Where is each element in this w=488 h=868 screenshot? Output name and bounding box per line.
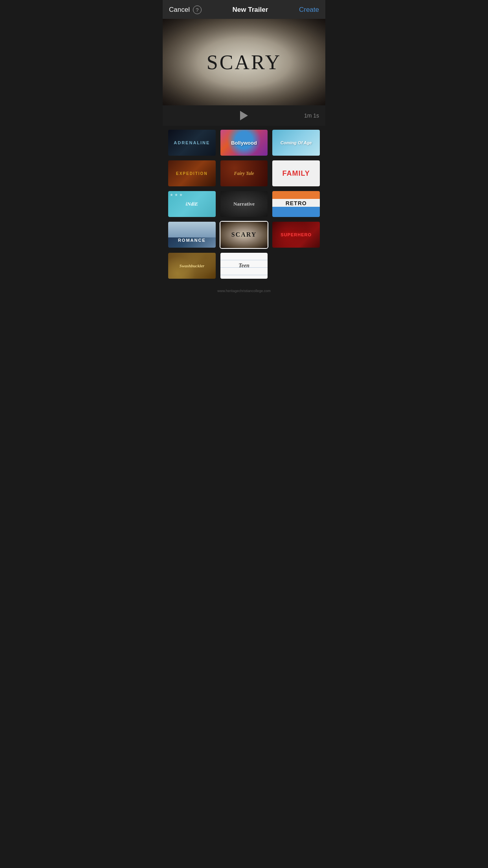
header: Cancel ? New Trailer Create [163, 0, 325, 19]
grid-item-fairy-tale[interactable]: Fairy Tale [220, 160, 269, 187]
trailer-grid: AdrenalineBollywoodComing Of AgeExpediti… [163, 126, 325, 287]
create-button[interactable]: Create [299, 6, 319, 14]
grid-item-scary[interactable]: Scary [220, 221, 269, 248]
grid-item-superhero[interactable]: Superhero [272, 221, 321, 248]
grid-label-romance: Romance [178, 238, 206, 243]
grid-item-indie[interactable]: iNdiE [167, 190, 216, 218]
preview-video: Scary [163, 19, 325, 105]
grid-item-adrenaline[interactable]: Adrenaline [167, 129, 216, 156]
grid-label-bollywood: Bollywood [231, 140, 257, 146]
grid-item-retro[interactable]: Retro [272, 190, 321, 218]
grid-label-swashbuckler: Swashbuckler [180, 263, 205, 268]
page-title: New Trailer [233, 6, 268, 14]
grid-label-expedition: Expedition [176, 171, 208, 176]
grid-label-narrative: Narrative [233, 201, 255, 207]
grid-item-coming-of-age[interactable]: Coming Of Age [272, 129, 321, 156]
cancel-button[interactable]: Cancel [169, 6, 190, 14]
grid-label-superhero: Superhero [281, 232, 312, 237]
grid-label-retro: Retro [286, 200, 307, 206]
grid-item-bollywood[interactable]: Bollywood [220, 129, 269, 156]
grid-item-romance[interactable]: Romance [167, 221, 216, 248]
grid-item-expedition[interactable]: Expedition [167, 160, 216, 187]
grid-label-teen: Teen [238, 263, 249, 269]
grid-item-swashbuckler[interactable]: Swashbuckler [167, 252, 216, 280]
grid-item-family[interactable]: Family [272, 160, 321, 187]
footer-watermark: www.heritagechristiancollege.com [163, 287, 325, 296]
grid-item-teen[interactable]: Teen [220, 252, 269, 280]
grid-label-fairy-tale: Fairy Tale [234, 171, 254, 177]
duration-label: 1m 1s [304, 112, 319, 119]
grid-label-family: Family [282, 169, 310, 178]
header-left: Cancel ? [169, 6, 202, 14]
grid-label-coming-of-age: Coming Of Age [281, 140, 312, 145]
grid-label-indie: iNdiE [185, 201, 198, 207]
help-icon[interactable]: ? [193, 6, 202, 14]
preview-title: Scary [207, 51, 282, 74]
playback-bar: 1m 1s [163, 105, 325, 126]
preview-container: Scary 1m 1s [163, 19, 325, 126]
play-button[interactable] [240, 111, 248, 120]
grid-label-scary: Scary [231, 231, 257, 238]
grid-label-adrenaline: Adrenaline [174, 140, 210, 145]
grid-item-narrative[interactable]: Narrative [220, 190, 269, 218]
